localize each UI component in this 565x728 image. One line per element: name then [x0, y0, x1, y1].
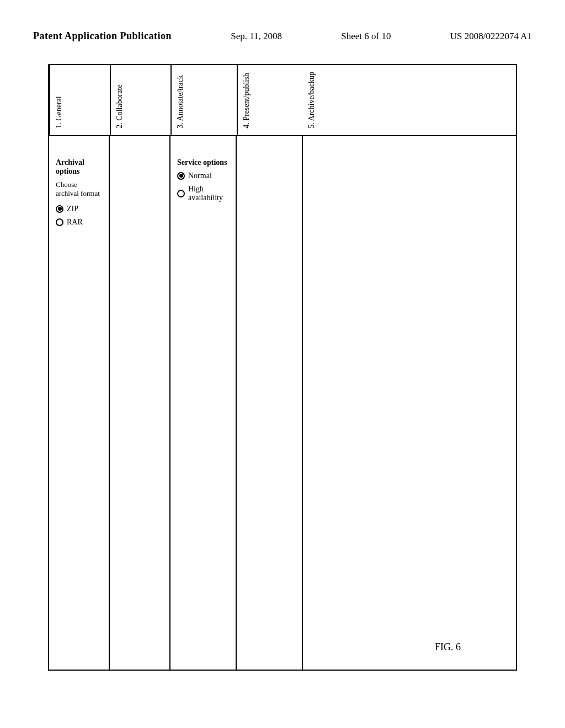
figure-label: FIG. 6 — [435, 641, 461, 653]
tab-archive[interactable]: 5. Archive/backup — [303, 65, 516, 135]
main-content: 1. General 2. Collaborate 3. Annotate/tr… — [0, 53, 565, 693]
service-options-section: Service options Normal High availability — [177, 158, 229, 202]
radio-zip-label: ZIP — [67, 205, 78, 213]
tab-annotate[interactable]: 3. Annotate/track — [170, 65, 237, 135]
radio-high-availability[interactable]: High availability — [177, 185, 229, 202]
tab-present[interactable]: 4. Present/publish — [237, 65, 303, 135]
radio-high-availability-label: High availability — [188, 185, 229, 202]
panel-annotate: Service options Normal High availability — [170, 136, 237, 670]
panel-collaborate — [110, 136, 170, 670]
panel-archive — [303, 136, 516, 670]
content-area: Archival options Choose archival format … — [49, 136, 516, 670]
radio-rar-label: RAR — [67, 218, 83, 227]
radio-high-availability-circle[interactable] — [177, 190, 185, 197]
sheet-info: Sheet 6 of 10 — [341, 31, 391, 42]
diagram-container: 1. General 2. Collaborate 3. Annotate/tr… — [48, 64, 517, 671]
tab-general[interactable]: 1. General — [49, 65, 110, 135]
archival-options-title: Archival options — [56, 158, 102, 176]
radio-normal-circle[interactable] — [177, 172, 185, 180]
service-options-title: Service options — [177, 158, 229, 167]
radio-rar[interactable]: RAR — [56, 218, 102, 227]
publication-number: US 2008/0222074 A1 — [450, 31, 532, 42]
archival-options-section: Archival options Choose archival format … — [56, 158, 102, 227]
page-header: Patent Application Publication Sep. 11, … — [0, 0, 565, 53]
radio-rar-circle[interactable] — [56, 218, 63, 226]
radio-normal-label: Normal — [188, 172, 212, 180]
radio-zip-circle[interactable] — [56, 205, 63, 213]
radio-normal[interactable]: Normal — [177, 172, 229, 180]
tab-collaborate[interactable]: 2. Collaborate — [110, 65, 170, 135]
publication-title: Patent Application Publication — [33, 30, 172, 42]
panel-present — [237, 136, 303, 670]
radio-zip[interactable]: ZIP — [56, 205, 102, 213]
publication-date: Sep. 11, 2008 — [231, 31, 282, 42]
tab-headers: 1. General 2. Collaborate 3. Annotate/tr… — [49, 65, 516, 136]
panel-general: Archival options Choose archival format … — [49, 136, 110, 670]
service-radio-group: Normal High availability — [177, 172, 229, 202]
archival-radio-group: ZIP RAR — [56, 205, 102, 227]
archival-format-label: Choose archival format — [56, 180, 102, 198]
